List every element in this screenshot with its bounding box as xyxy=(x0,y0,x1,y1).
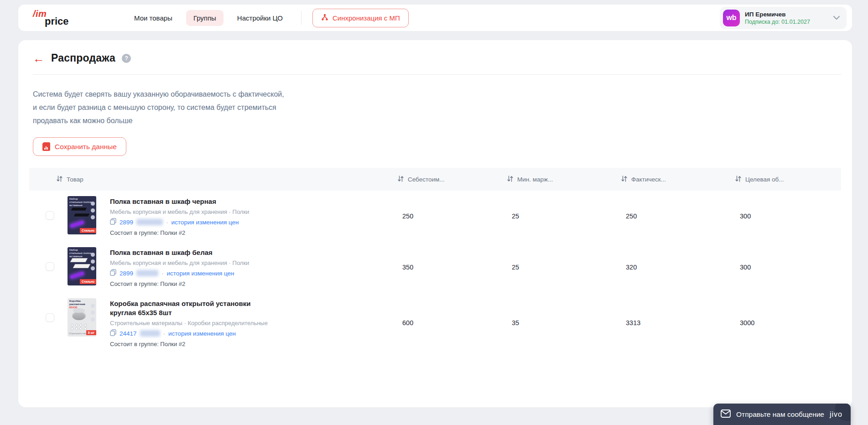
copy-icon[interactable] xyxy=(110,329,116,337)
product-image[interactable]: Коробка распаячная65X35 Отдельного монта… xyxy=(68,298,96,337)
product-cell: Коробка распаячная65X35 Отдельного монта… xyxy=(29,293,394,353)
product-sku[interactable]: 2899 xyxy=(120,270,133,277)
page-description: Система будет сверять вашу указанную обо… xyxy=(29,75,841,127)
column-header-min-margin[interactable]: Мин. марж... xyxy=(504,176,618,183)
column-header-product[interactable]: Товар xyxy=(29,176,394,183)
column-label: Фактическ... xyxy=(631,176,666,183)
table-row: Набор стальных полок вставные Стильно По… xyxy=(29,191,841,242)
sort-icon[interactable] xyxy=(621,176,627,183)
sync-button-label: Синхронизация с МП xyxy=(333,14,400,22)
sort-icon[interactable] xyxy=(507,176,513,183)
price-history-link[interactable]: история изменения цен xyxy=(172,219,239,226)
product-category: Строительные материалы · Коробки распред… xyxy=(110,320,268,327)
back-arrow-button[interactable]: ← xyxy=(33,52,45,64)
page-title: Распродажа xyxy=(51,52,115,64)
thumb-caption: Набор стальных полок вставные xyxy=(69,197,92,207)
column-header-target[interactable]: Целевая об... xyxy=(732,176,841,183)
help-question-icon[interactable]: ? xyxy=(122,54,131,63)
separator-dot: · xyxy=(161,270,164,277)
min-margin-value: 35 xyxy=(504,319,618,327)
envelope-icon xyxy=(721,409,731,420)
save-data-button[interactable]: Сохранить данные xyxy=(33,137,126,156)
chat-widget-label: Отправьте нам сообщение xyxy=(736,410,824,419)
copy-icon[interactable] xyxy=(110,269,116,277)
column-label: Себестоим... xyxy=(408,176,445,183)
blurred-sku-part xyxy=(136,219,163,225)
account-info: ИП Еремичев Подписка до: 01.01.2027 xyxy=(745,11,810,25)
branch-sync-icon xyxy=(321,14,328,22)
row-checkbox[interactable] xyxy=(46,211,54,220)
column-header-cost[interactable]: Себестоим... xyxy=(394,176,504,183)
sku-row: 2899 · история изменения цен xyxy=(110,218,249,226)
row-checkbox[interactable] xyxy=(46,313,54,322)
nav-item-settings[interactable]: Настройки ЦО xyxy=(230,10,290,26)
nav-divider xyxy=(301,11,301,25)
table-row: Набор стальных полок вставные Стильно По… xyxy=(29,242,841,293)
imprice-logo[interactable]: /im price xyxy=(33,9,77,26)
column-label: Целевая об... xyxy=(745,176,784,183)
account-menu[interactable]: wb ИП Еремичев Подписка до: 01.01.2027 xyxy=(720,7,847,29)
actual-value: 3313 xyxy=(618,319,732,327)
price-history-link[interactable]: история изменения цен xyxy=(168,330,236,337)
blurred-sku-part xyxy=(136,270,158,276)
jivo-logo: jivo xyxy=(830,410,842,419)
description-line-1: Система будет сверять вашу указанную обо… xyxy=(33,88,837,101)
subscription-status: Подписка до: 01.01.2027 xyxy=(745,19,810,25)
min-margin-value: 25 xyxy=(504,264,618,271)
title-row: ← Распродажа ? xyxy=(29,40,841,74)
description-line-2: и если будет разница с меньшую сторону, … xyxy=(33,101,837,114)
products-table: Товар Себестоим... Мин. марж... Фактичес… xyxy=(29,168,841,353)
product-info: Полка вставная в шкаф белая Мебель корпу… xyxy=(110,247,249,287)
target-value: 300 xyxy=(732,212,841,220)
product-title[interactable]: Полка вставная в шкаф белая xyxy=(110,248,249,257)
account-name: ИП Еремичев xyxy=(745,11,810,18)
save-button-label: Сохранить данные xyxy=(55,143,117,151)
sort-icon[interactable] xyxy=(57,176,62,183)
blurred-sku-part xyxy=(140,330,160,337)
logo-text-bottom: price xyxy=(45,16,77,26)
product-info: Коробка распаячная открытой установки кр… xyxy=(110,298,268,347)
actual-value: 250 xyxy=(618,212,732,220)
column-label: Товар xyxy=(67,176,83,183)
product-image[interactable]: Набор стальных полок вставные Стильно xyxy=(68,196,96,234)
thumb-badge: 8 шт xyxy=(86,330,96,335)
copy-icon[interactable] xyxy=(110,218,116,226)
nav-item-my-products[interactable]: Мои товары xyxy=(127,10,180,26)
product-info: Полка вставная в шкаф черная Мебель корп… xyxy=(110,196,249,236)
nav-item-groups[interactable]: Группы xyxy=(186,10,223,26)
thumb-caption: Набор стальных полок вставные xyxy=(69,249,92,258)
product-cell: Набор стальных полок вставные Стильно По… xyxy=(29,191,394,242)
target-value: 300 xyxy=(732,264,841,271)
row-checkbox[interactable] xyxy=(46,262,54,271)
table-row: Коробка распаячная65X35 Отдельного монта… xyxy=(29,293,841,353)
sync-marketplace-button[interactable]: Синхронизация с МП xyxy=(312,9,409,27)
product-sku[interactable]: 2899 xyxy=(120,219,133,226)
table-header-row: Товар Себестоим... Мин. марж... Фактичес… xyxy=(29,168,841,191)
separator-dot: · xyxy=(163,330,166,337)
actual-value: 320 xyxy=(618,264,732,271)
product-sku[interactable]: 24417 xyxy=(120,330,137,337)
product-title[interactable]: Коробка распаячная открытой установки кр… xyxy=(110,299,260,317)
thumb-caption: Коробка распаячная xyxy=(69,300,85,306)
cost-value: 250 xyxy=(394,212,504,220)
chat-widget-button[interactable]: Отправьте нам сообщение jivo xyxy=(713,404,851,425)
wb-avatar: wb xyxy=(723,10,740,26)
product-image[interactable]: Набор стальных полок вставные Стильно xyxy=(68,247,96,285)
product-category: Мебель корпусная и мебель для хранения ·… xyxy=(110,208,249,215)
chart-document-icon xyxy=(42,142,50,151)
thumb-badge: Стильно xyxy=(80,228,96,233)
product-category: Мебель корпусная и мебель для хранения ·… xyxy=(110,259,249,266)
price-history-link[interactable]: история изменения цен xyxy=(167,270,234,277)
product-group: Состоит в группе: Полки #2 xyxy=(110,280,249,287)
cost-value: 600 xyxy=(394,319,504,327)
separator-dot: · xyxy=(166,219,168,226)
sort-icon[interactable] xyxy=(735,176,741,183)
main-content-card: ← Распродажа ? Система будет сверять ваш… xyxy=(18,40,852,407)
sort-icon[interactable] xyxy=(398,176,404,183)
chevron-down-icon[interactable] xyxy=(833,14,840,22)
cost-value: 350 xyxy=(394,264,504,271)
thumb-badge: Стильно xyxy=(80,279,96,284)
product-title[interactable]: Полка вставная в шкаф черная xyxy=(110,197,249,206)
product-group: Состоит в группе: Полки #2 xyxy=(110,229,249,236)
column-header-actual[interactable]: Фактическ... xyxy=(618,176,732,183)
